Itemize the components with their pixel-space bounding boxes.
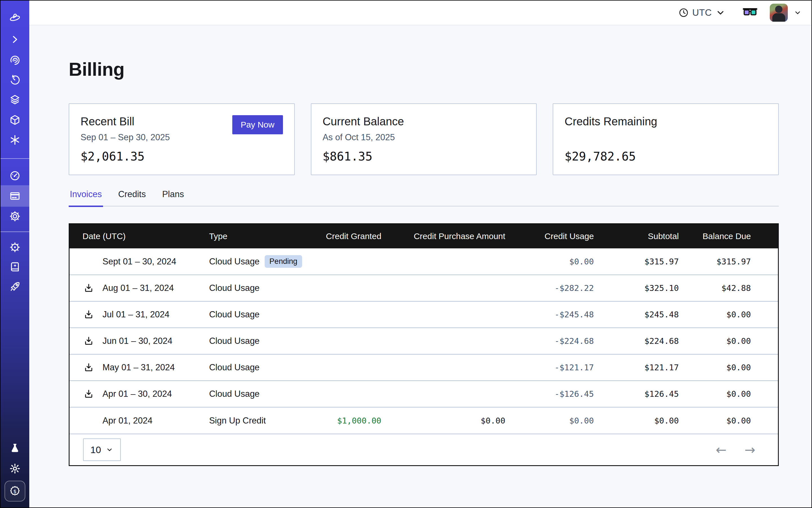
timer-icon xyxy=(9,74,21,86)
sidebar-divider xyxy=(1,231,29,232)
sidebar-item-sessions[interactable] xyxy=(1,69,29,91)
clock-icon xyxy=(678,7,689,18)
sidebar-item-dashboard[interactable] xyxy=(1,165,29,186)
main-content: Billing Recent Bill Sep 01 – Sep 30, 202… xyxy=(29,26,811,507)
invoice-date-cell: Sept 01 – 30, 2024 xyxy=(70,248,209,275)
summary-cards: Recent Bill Sep 01 – Sep 30, 2025 $2,061… xyxy=(69,103,779,175)
invoice-type: Cloud Usage xyxy=(209,389,260,399)
invoice-type-cell: Cloud Usage xyxy=(209,275,325,301)
subtotal-value: $121.17 xyxy=(608,354,693,381)
invoice-type: Cloud Usage xyxy=(209,336,260,346)
credit-purchase-amount-value xyxy=(395,275,519,301)
credit-granted-value xyxy=(325,248,395,275)
status-badge: Pending xyxy=(265,255,302,268)
invoice-type: Cloud Usage xyxy=(209,283,260,293)
invoice-type: Cloud Usage xyxy=(209,309,260,319)
sidebar-item-sandbox[interactable] xyxy=(1,109,29,131)
credit-purchase-amount-value xyxy=(395,381,519,407)
invoice-type-cell: Cloud Usage xyxy=(209,354,325,381)
subtotal-value: $126.45 xyxy=(608,381,693,407)
subtotal-value: $224.68 xyxy=(608,328,693,354)
logo-orbit-icon xyxy=(9,12,21,24)
sidebar-divider xyxy=(1,158,29,159)
invoice-date-cell: Jun 01 – 30, 2024 xyxy=(70,328,209,354)
eye-spiral-icon xyxy=(9,54,21,66)
gear-icon xyxy=(9,210,21,222)
next-page-arrow-right-icon[interactable]: → xyxy=(744,443,756,456)
invoice-date: Jun 01 – 30, 2024 xyxy=(102,336,172,346)
balance-due-value: $42.88 xyxy=(693,275,778,301)
sidebar-item-credits[interactable]: $ xyxy=(4,481,25,502)
billing-page: $ UTC Billing xyxy=(0,0,812,508)
invoice-date: Aug 01 – 31, 2024 xyxy=(102,283,174,293)
credit-usage-value: -$245.48 xyxy=(519,301,608,328)
balance-due-value: $0.00 xyxy=(693,354,778,381)
layers-icon xyxy=(9,94,21,105)
topbar: UTC xyxy=(29,1,811,25)
invoice-type-cell: Cloud Usage xyxy=(209,301,325,328)
download-icon[interactable] xyxy=(84,363,94,373)
col-credit-granted: Credit Granted xyxy=(325,224,395,248)
sidebar-item-getting-started[interactable] xyxy=(1,276,29,297)
credit-purchase-amount-value xyxy=(395,354,519,381)
sidebar-item-billing[interactable] xyxy=(1,185,29,207)
download-icon[interactable] xyxy=(84,336,94,346)
invoice-date-cell: May 01 – 31, 2024 xyxy=(70,354,209,381)
invoice-type-cell: Cloud Usage xyxy=(209,328,325,354)
table-row: Aug 01 – 31, 2024Cloud Usage-$282.22$325… xyxy=(70,275,778,301)
glasses-icon[interactable] xyxy=(743,7,757,18)
invoice-date-cell: Jul 01 – 31, 2024 xyxy=(70,301,209,328)
recent-bill-amount: $2,061.35 xyxy=(81,150,283,163)
page-size-value: 10 xyxy=(90,444,101,455)
current-balance-card: Current Balance As of Oct 15, 2025 $861.… xyxy=(311,103,537,175)
balance-due-value: $0.00 xyxy=(693,407,778,434)
prev-page-arrow-left-icon[interactable]: ← xyxy=(716,443,727,456)
invoice-date: Jul 01 – 31, 2024 xyxy=(102,309,170,319)
user-menu-chevron-down-icon[interactable] xyxy=(794,8,802,17)
timezone-selector[interactable]: UTC xyxy=(678,7,726,18)
sidebar-item-docs[interactable] xyxy=(1,256,29,278)
sidebar-item-expand[interactable] xyxy=(1,29,29,50)
invoice-type: Sign Up Credit xyxy=(209,416,266,425)
sidebar-logo[interactable] xyxy=(1,7,29,29)
page-size-select[interactable]: 10 xyxy=(83,438,121,461)
table-footer: 10 ← → xyxy=(70,434,778,465)
sidebar-item-settings[interactable] xyxy=(1,206,29,227)
sidebar-item-layers[interactable] xyxy=(1,89,29,111)
credit-granted-value xyxy=(325,354,395,381)
ship-wheel-icon xyxy=(9,241,21,253)
credit-usage-value: -$282.22 xyxy=(519,275,608,301)
download-icon[interactable] xyxy=(84,389,94,399)
card-title: Current Balance xyxy=(323,115,525,128)
table-row: Jul 01 – 31, 2024Cloud Usage-$245.48$245… xyxy=(70,301,778,328)
col-subtotal: Subtotal xyxy=(608,224,693,248)
sidebar-item-observe[interactable] xyxy=(1,50,29,71)
credits-remaining-card: Credits Remaining $29,782.65 xyxy=(553,103,779,175)
sidebar-item-theme[interactable] xyxy=(1,458,29,479)
pay-now-button[interactable]: Pay Now xyxy=(232,115,283,134)
invoice-type: Cloud Usage xyxy=(209,257,260,266)
download-icon[interactable] xyxy=(84,283,94,293)
subtotal-value: $245.48 xyxy=(608,301,693,328)
tab-invoices[interactable]: Invoices xyxy=(69,189,103,207)
download-icon[interactable] xyxy=(84,309,94,320)
credit-usage-value: $0.00 xyxy=(519,407,608,434)
tab-plans[interactable]: Plans xyxy=(161,189,185,206)
avatar[interactable] xyxy=(770,4,788,22)
book-sparkle-icon xyxy=(9,261,21,273)
credit-granted-value xyxy=(325,381,395,407)
sidebar-item-helm[interactable] xyxy=(1,237,29,258)
card-title: Credits Remaining xyxy=(564,115,767,128)
sidebar-item-labs[interactable] xyxy=(1,437,29,459)
timezone-label: UTC xyxy=(692,7,712,18)
invoice-type-cell: Cloud Usage xyxy=(209,381,325,407)
dollar-badge-icon: $ xyxy=(9,485,21,497)
invoice-type-cell: Cloud UsagePending xyxy=(209,248,325,275)
recent-bill-card: Recent Bill Sep 01 – Sep 30, 2025 $2,061… xyxy=(69,103,295,175)
subtotal-value: $0.00 xyxy=(608,407,693,434)
chevron-right-icon xyxy=(9,34,21,45)
tab-credits[interactable]: Credits xyxy=(117,189,147,206)
subtotal-value: $325.10 xyxy=(608,275,693,301)
credit-granted-value xyxy=(325,301,395,328)
sidebar-item-services[interactable] xyxy=(1,129,29,151)
